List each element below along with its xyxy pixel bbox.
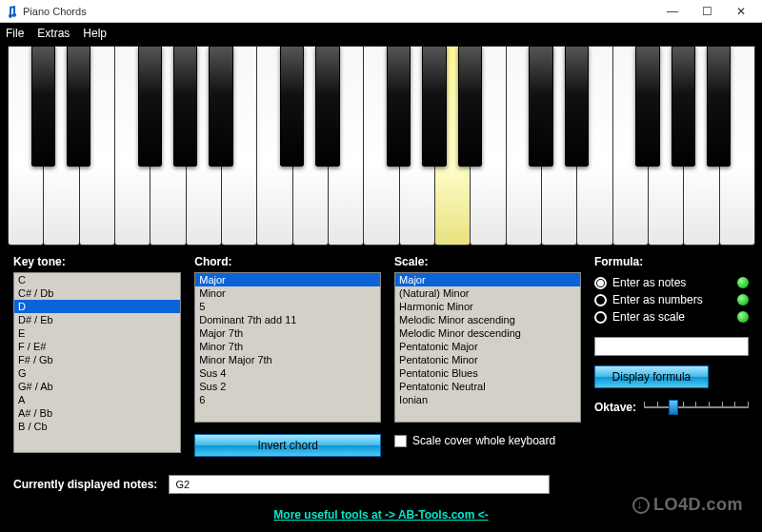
list-item[interactable]: (Natural) Minor	[395, 286, 580, 300]
key-tone-listbox[interactable]: CC# / DbDD# / EbEF / E#F# / GbGG# / AbAA…	[13, 272, 181, 453]
list-item[interactable]: Major	[195, 273, 380, 286]
white-key[interactable]	[221, 46, 257, 246]
oktave-label: Oktave:	[594, 401, 636, 414]
list-item[interactable]: Pentatonic Neutral	[395, 380, 580, 393]
white-key[interactable]	[470, 46, 506, 246]
white-key[interactable]	[114, 46, 150, 246]
scale-label: Scale:	[394, 255, 581, 268]
white-key[interactable]	[683, 46, 719, 246]
white-key[interactable]	[292, 46, 329, 246]
menu-file[interactable]: File	[6, 27, 24, 40]
white-key[interactable]	[612, 46, 649, 246]
list-item[interactable]: G# / Ab	[14, 380, 180, 393]
window-title: Piano Chords	[23, 6, 655, 17]
list-item[interactable]: F# / Gb	[14, 353, 180, 366]
app-icon	[4, 4, 19, 19]
white-key[interactable]	[186, 46, 222, 246]
list-item[interactable]: Major 7th	[195, 326, 380, 340]
watermark: LO4D.com	[632, 495, 743, 515]
white-key[interactable]	[399, 46, 435, 246]
list-item[interactable]: E	[14, 326, 180, 340]
list-item[interactable]: D# / Eb	[14, 313, 180, 326]
scale-cover-label: Scale cover whole keyboard	[412, 434, 555, 447]
white-key[interactable]	[8, 46, 44, 246]
list-item[interactable]: 6	[195, 393, 380, 406]
scale-cover-checkbox[interactable]	[394, 435, 407, 447]
list-item[interactable]: Minor Major 7th	[195, 353, 380, 366]
formula-radio[interactable]	[594, 311, 607, 324]
list-item[interactable]: A	[14, 393, 180, 406]
maximize-button[interactable]: ☐	[690, 2, 724, 21]
list-item[interactable]: D	[14, 300, 180, 313]
list-item[interactable]: Melodic Minor descending	[395, 326, 580, 340]
piano-keyboard[interactable]	[0, 44, 762, 246]
info-icon[interactable]	[737, 294, 749, 305]
list-item[interactable]: Pentatonic Minor	[395, 353, 580, 366]
chord-listbox[interactable]: MajorMinor5Dominant 7th add 11Major 7thM…	[194, 272, 381, 423]
list-item[interactable]: Ionian	[395, 393, 580, 406]
white-key[interactable]	[719, 46, 755, 246]
list-item[interactable]: C	[14, 273, 180, 286]
list-item[interactable]: Sus 4	[195, 366, 380, 380]
white-key[interactable]	[541, 46, 577, 246]
key-tone-label: Key tone:	[13, 255, 181, 268]
minimize-button[interactable]: —	[655, 2, 690, 21]
oktave-slider[interactable]	[644, 398, 749, 417]
white-key[interactable]	[434, 46, 471, 246]
formula-label: Formula:	[594, 255, 749, 268]
formula-radio-label: Enter as notes	[612, 276, 686, 289]
white-key[interactable]	[363, 46, 399, 246]
list-item[interactable]: A# / Bb	[14, 406, 180, 420]
white-key[interactable]	[79, 46, 115, 246]
list-item[interactable]: G	[14, 366, 180, 380]
list-item[interactable]: Pentatonic Major	[395, 340, 580, 353]
white-key[interactable]	[648, 46, 684, 246]
white-key[interactable]	[506, 46, 542, 246]
display-formula-button[interactable]: Display formula	[594, 365, 709, 388]
info-icon[interactable]	[737, 311, 749, 323]
list-item[interactable]: Sus 2	[195, 380, 380, 393]
list-item[interactable]: Minor	[195, 286, 380, 300]
notes-label: Currently displayed notes:	[13, 478, 157, 491]
formula-radio-label: Enter as numbers	[612, 293, 703, 306]
list-item[interactable]: C# / Db	[14, 286, 180, 300]
list-item[interactable]: Pentatonic Blues	[395, 366, 580, 380]
white-key[interactable]	[256, 46, 292, 246]
footer-link[interactable]: More useful tools at -> AB-Tools.com <-	[273, 508, 488, 522]
formula-radio-label: Enter as scale	[612, 310, 685, 324]
scale-listbox[interactable]: Major(Natural) MinorHarmonic MinorMelodi…	[394, 272, 581, 423]
white-key[interactable]	[576, 46, 612, 246]
formula-radio[interactable]	[594, 277, 607, 289]
close-button[interactable]: ✕	[724, 2, 758, 21]
white-key[interactable]	[328, 46, 364, 246]
list-item[interactable]: F / E#	[14, 340, 180, 353]
formula-input[interactable]	[594, 337, 749, 356]
notes-display[interactable]	[169, 475, 550, 494]
formula-radio[interactable]	[594, 294, 607, 306]
list-item[interactable]: Minor 7th	[195, 340, 380, 353]
list-item[interactable]: Dominant 7th add 11	[195, 313, 380, 326]
list-item[interactable]: Major	[395, 273, 580, 286]
invert-chord-button[interactable]: Invert chord	[194, 434, 381, 457]
white-key[interactable]	[150, 46, 186, 246]
chord-label: Chord:	[194, 255, 381, 268]
titlebar: Piano Chords — ☐ ✕	[0, 0, 762, 23]
list-item[interactable]: B / Cb	[14, 420, 180, 433]
menu-help[interactable]: Help	[83, 27, 107, 40]
menu-extras[interactable]: Extras	[37, 27, 70, 40]
menubar: File Extras Help	[0, 23, 762, 44]
list-item[interactable]: 5	[195, 300, 380, 313]
list-item[interactable]: Harmonic Minor	[395, 300, 580, 313]
white-key[interactable]	[43, 46, 79, 246]
info-icon[interactable]	[737, 277, 749, 288]
list-item[interactable]: Melodic Minor ascending	[395, 313, 580, 326]
download-icon	[632, 497, 650, 514]
